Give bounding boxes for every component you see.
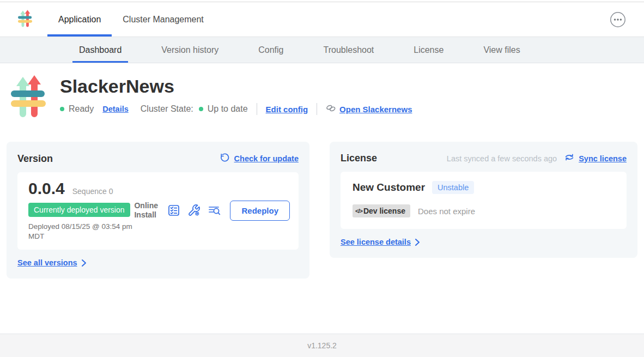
tab-cluster-management[interactable]: Cluster Management xyxy=(112,2,215,37)
top-nav-tabs: Application Cluster Management xyxy=(47,2,215,37)
tab-application-label: Application xyxy=(58,15,101,25)
install-type-label: Online Install xyxy=(134,201,160,220)
redeploy-button[interactable]: Redeploy xyxy=(230,201,290,221)
chevron-right-icon xyxy=(415,238,420,246)
view-rendered-files-button[interactable] xyxy=(208,204,221,217)
subtab-config-label: Config xyxy=(258,45,283,55)
preflight-checks-button[interactable] xyxy=(167,204,180,217)
tab-application[interactable]: Application xyxy=(47,2,112,37)
cluster-state-value: Up to date xyxy=(208,104,248,114)
page-title: SlackerNews xyxy=(60,76,412,96)
channel-badge: Unstable xyxy=(432,181,474,194)
dashboard-cards: Version Check for update 0.0.4 Sequ xyxy=(7,142,637,279)
subtab-troubleshoot[interactable]: Troubleshoot xyxy=(317,37,380,63)
subtab-license[interactable]: License xyxy=(407,37,450,63)
nav-spacer xyxy=(215,2,610,37)
cluster-state-label: Cluster State: xyxy=(141,104,193,114)
see-license-details-label[interactable]: See license details xyxy=(341,238,411,246)
license-type-label: Dev license xyxy=(363,207,405,215)
check-for-update-link[interactable]: Check for update xyxy=(234,154,299,163)
version-number: 0.0.4 xyxy=(28,179,65,198)
check-for-update-icon xyxy=(220,153,230,165)
app-nav: Application Cluster Management xyxy=(0,2,644,37)
app-header: SlackerNews Ready Details Cluster State:… xyxy=(0,63,644,120)
app-status-row: Ready Details Cluster State: Up to date … xyxy=(60,103,412,115)
deployed-status-badge: Currently deployed version xyxy=(28,203,130,217)
sync-arrows-icon xyxy=(564,153,574,164)
subtab-version-history-label: Version history xyxy=(161,45,218,55)
subtab-view-files[interactable]: View files xyxy=(477,37,526,63)
subtab-dashboard-label: Dashboard xyxy=(79,45,121,55)
version-card-title: Version xyxy=(17,153,53,165)
customer-name: New Customer xyxy=(353,181,425,193)
subtab-troubleshoot-label: Troubleshoot xyxy=(323,45,374,55)
sequence-label: Sequence 0 xyxy=(72,187,113,196)
open-app-link[interactable]: Open Slackernews xyxy=(339,105,412,114)
details-link[interactable]: Details xyxy=(102,105,129,113)
dashboard-sub-nav: Dashboard Version history Config Trouble… xyxy=(0,37,644,63)
chevron-right-icon xyxy=(81,259,87,267)
cluster-state-dot-icon xyxy=(199,107,203,111)
see-all-versions-label[interactable]: See all versions xyxy=(17,258,77,267)
current-version-panel: 0.0.4 Sequence 0 Currently deployed vers… xyxy=(17,172,299,250)
divider xyxy=(257,103,257,115)
chain-link-icon xyxy=(326,104,336,115)
subtab-version-history[interactable]: Version history xyxy=(155,37,225,63)
license-type-tag: </> Dev license xyxy=(353,204,410,217)
license-card-title: License xyxy=(341,153,377,164)
see-license-details-link[interactable]: See license details xyxy=(341,238,420,246)
wrench-gear-icon xyxy=(187,210,201,219)
deployed-timestamp: Deployed 08/15/25 @ 03:54 pm MDT xyxy=(28,222,134,241)
app-status-label: Ready xyxy=(69,104,94,114)
lines-magnifier-icon xyxy=(208,210,221,219)
main-content: SlackerNews Ready Details Cluster State:… xyxy=(0,63,644,334)
subtab-config[interactable]: Config xyxy=(252,37,290,63)
license-detail-panel: New Customer Unstable </> Dev license Do… xyxy=(341,172,627,229)
sync-license-link[interactable]: Sync license xyxy=(579,154,627,163)
open-app-link-wrap[interactable]: Open Slackernews xyxy=(326,104,412,115)
more-menu-button[interactable] xyxy=(610,11,626,28)
version-card: Version Check for update 0.0.4 Sequ xyxy=(7,142,309,279)
last-synced-label: Last synced a few seconds ago xyxy=(447,154,557,163)
app-status-dot-icon xyxy=(60,107,64,111)
license-expiration: Does not expire xyxy=(418,207,475,216)
subtab-dashboard[interactable]: Dashboard xyxy=(72,37,128,63)
console-version: v1.125.2 xyxy=(307,341,337,350)
checklist-icon xyxy=(167,210,180,219)
license-card: License Last synced a few seconds ago Sy… xyxy=(330,142,637,258)
ellipsis-circle-icon xyxy=(610,21,626,29)
subtab-license-label: License xyxy=(414,45,443,55)
code-tag-icon: </> xyxy=(355,208,362,214)
slackernews-logo-icon xyxy=(18,10,32,29)
slackernews-app-logo-icon xyxy=(11,75,46,120)
configure-version-button[interactable] xyxy=(187,204,201,217)
subtab-view-files-label: View files xyxy=(483,45,520,55)
edit-config-link[interactable]: Edit config xyxy=(266,105,308,114)
divider xyxy=(317,103,317,115)
tab-cluster-management-label: Cluster Management xyxy=(123,15,204,25)
console-footer: v1.125.2 xyxy=(0,334,644,357)
see-all-versions-link[interactable]: See all versions xyxy=(17,258,87,267)
